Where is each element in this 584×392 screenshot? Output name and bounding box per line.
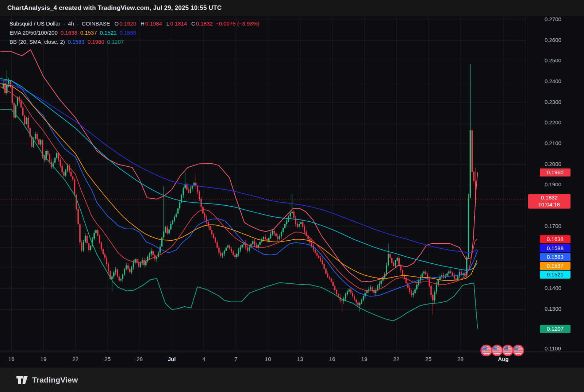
candle-up xyxy=(54,158,56,163)
candle-up xyxy=(90,246,92,250)
high-label: H xyxy=(141,19,145,28)
candle-down xyxy=(70,172,72,176)
candle-down xyxy=(117,269,118,276)
open-label: O xyxy=(114,19,119,28)
flag-star xyxy=(484,349,485,349)
symbol-name[interactable]: Subsquid / US Dollar xyxy=(9,19,60,28)
candle-up xyxy=(382,277,384,280)
time-axis-label: 22 xyxy=(393,356,399,362)
candle-down xyxy=(354,296,355,299)
candle-down xyxy=(297,224,298,227)
bb-row[interactable]: BB (20, SMA, close, 2) 0.1583 0.1960 0.1… xyxy=(9,37,260,46)
candle-up xyxy=(240,248,241,250)
candle-down xyxy=(81,242,82,251)
candle-down xyxy=(311,242,312,246)
candle-down xyxy=(409,288,411,292)
candle-up xyxy=(149,254,150,257)
candle-down xyxy=(456,279,457,280)
candle-down xyxy=(213,234,214,238)
time-axis-label: 25 xyxy=(104,356,111,362)
candle-down xyxy=(234,255,236,257)
candle-down xyxy=(275,234,277,237)
low-label: L xyxy=(166,19,169,28)
price-axis-label: 0.2400 xyxy=(545,78,561,84)
candle-up xyxy=(249,247,250,251)
symbol-row[interactable]: Subsquid / US Dollar · 4h · COINBASE O0.… xyxy=(9,19,260,28)
candle-up xyxy=(174,217,175,221)
interval-label[interactable]: 4h xyxy=(68,19,74,28)
time-axis-label: 19 xyxy=(41,356,47,362)
candle-up xyxy=(56,153,58,158)
candle-down xyxy=(38,139,40,145)
candle-up xyxy=(359,303,361,306)
candle-down xyxy=(295,218,296,224)
candle-up xyxy=(363,296,364,299)
chart-canvas[interactable]: 0.27000.26000.25000.24000.23000.22000.21… xyxy=(0,0,584,392)
candle-up xyxy=(286,221,288,224)
tradingview-brand-text[interactable]: TradingView xyxy=(32,376,78,384)
flag-star xyxy=(496,348,497,348)
candle-up xyxy=(283,228,284,232)
candle-up xyxy=(26,118,27,124)
candle-down xyxy=(464,273,466,276)
candle-down xyxy=(430,286,432,295)
candle-up xyxy=(131,267,132,272)
candle-down xyxy=(336,290,337,294)
candle-down xyxy=(47,151,49,154)
candle-down xyxy=(216,242,218,248)
candle-down xyxy=(210,226,211,230)
candle-up xyxy=(284,224,286,228)
candle-down xyxy=(36,134,38,139)
candle-up xyxy=(179,202,181,208)
candle-down xyxy=(331,279,332,282)
candle-down xyxy=(99,236,100,242)
candle-down xyxy=(28,118,29,128)
candle-up xyxy=(457,276,458,280)
us-flag-event-icon[interactable] xyxy=(513,345,523,356)
candle-down xyxy=(432,295,434,300)
flag-star xyxy=(483,349,484,349)
candle-up xyxy=(40,140,42,145)
candle-down xyxy=(14,103,15,118)
flag-star xyxy=(484,348,485,348)
candle-down xyxy=(356,300,357,303)
candle-down xyxy=(322,260,323,264)
candle-down xyxy=(372,287,373,290)
candle-down xyxy=(211,230,213,234)
us-flag-event-icon[interactable] xyxy=(492,345,502,356)
price-axis-label: 0.2000 xyxy=(545,161,561,167)
candle-up xyxy=(168,229,170,233)
candle-down xyxy=(106,258,107,264)
separator: · xyxy=(63,19,65,28)
candle-down xyxy=(104,254,106,258)
ema100-value: 0.1521 xyxy=(100,28,117,37)
candle-down xyxy=(59,160,61,166)
candle-up xyxy=(388,254,389,265)
price-axis-label: 0.2100 xyxy=(545,140,561,146)
candle-up xyxy=(124,269,125,274)
candle-up xyxy=(345,294,346,299)
flag-star xyxy=(507,349,507,349)
candle-down xyxy=(318,256,320,258)
tradingview-logo-icon[interactable] xyxy=(16,376,28,384)
candle-up xyxy=(236,254,238,257)
candle-down xyxy=(329,277,330,279)
flag-star xyxy=(515,348,516,348)
candle-down xyxy=(400,265,402,270)
candle-up xyxy=(379,284,380,287)
price-axis-label: 0.2600 xyxy=(545,37,561,43)
time-axis-label: 16 xyxy=(8,356,15,362)
us-flag-event-icon[interactable] xyxy=(503,345,513,356)
candle-up xyxy=(299,224,300,227)
time-axis-label: 25 xyxy=(425,356,431,362)
candle-down xyxy=(229,245,230,249)
change-value: −0.0075 (−3.93%) xyxy=(216,19,260,28)
candle-up xyxy=(35,134,36,139)
candle-up xyxy=(95,230,97,233)
candle-up xyxy=(252,241,254,244)
ema-row[interactable]: EMA 20/50/100/200 0.1638 0.1537 0.1521 0… xyxy=(9,28,260,37)
candle-up xyxy=(113,272,115,276)
candle-up xyxy=(126,265,127,269)
candle-up xyxy=(446,273,448,276)
price-axis-badge-value: 0.1960 xyxy=(547,169,564,175)
